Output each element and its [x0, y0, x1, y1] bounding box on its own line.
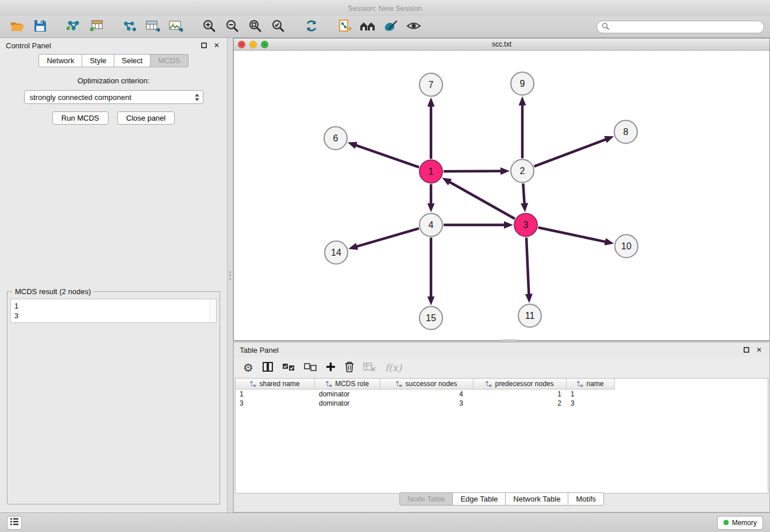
graph-node-14[interactable]: 14	[325, 241, 348, 264]
cell-predecessor-nodes[interactable]: 1	[473, 390, 567, 399]
close-table-panel-button[interactable]: ✕	[754, 345, 764, 354]
column-header-predecessor-nodes[interactable]: predecessor nodes	[473, 379, 567, 390]
export-table-icon	[145, 19, 161, 34]
show-panels-button[interactable]	[7, 516, 22, 530]
float-panel-button[interactable]	[199, 41, 209, 50]
tab-network-table[interactable]: Network Table	[506, 492, 568, 506]
table-panel-splitter[interactable]	[233, 341, 770, 342]
close-panel-action-button[interactable]: Close panel	[117, 111, 175, 125]
column-header-shared-name[interactable]: shared name	[236, 379, 315, 390]
home-button[interactable]	[356, 18, 379, 36]
network-canvas[interactable]: 7968124314101511	[234, 51, 769, 340]
graph-edge-3-10[interactable]	[538, 228, 606, 242]
zoom-fit-button[interactable]	[244, 18, 267, 36]
tab-edge-table[interactable]: Edge Table	[453, 492, 506, 506]
cell-successor-nodes[interactable]: 4	[380, 390, 473, 399]
svg-text:3: 3	[523, 220, 529, 230]
tab-network[interactable]: Network	[38, 54, 82, 67]
clone-network-button[interactable]	[333, 18, 356, 36]
graph-node-9[interactable]: 9	[511, 72, 534, 95]
mcds-result-list[interactable]: 1 3	[10, 299, 217, 323]
table-row[interactable]: 1 dominator 4 1 1	[236, 390, 768, 399]
show-columns-button[interactable]	[263, 362, 273, 373]
zoom-in-button[interactable]	[198, 18, 221, 36]
export-image-button[interactable]	[164, 18, 187, 36]
add-column-button[interactable]	[326, 362, 336, 373]
memory-status-icon	[723, 520, 729, 525]
table-settings-button[interactable]: ⚙	[243, 361, 253, 375]
graph-node-6[interactable]: 6	[324, 127, 347, 150]
control-panel-header: Control Panel ✕	[0, 38, 227, 53]
select-all-rows-button[interactable]	[282, 363, 295, 373]
graph-node-2[interactable]: 2	[511, 160, 534, 183]
close-panel-button[interactable]: ✕	[212, 41, 221, 50]
zoom-out-icon	[225, 19, 239, 34]
zoom-out-button[interactable]	[221, 18, 244, 36]
refresh-button[interactable]	[300, 18, 323, 36]
deselect-all-rows-button[interactable]	[304, 363, 317, 373]
tab-select[interactable]: Select	[114, 54, 151, 67]
cell-shared-name[interactable]: 3	[236, 399, 315, 408]
style-brush-button[interactable]	[379, 18, 402, 36]
cell-successor-nodes[interactable]: 3	[380, 399, 473, 408]
column-header-name[interactable]: name	[567, 379, 615, 390]
cell-name[interactable]: 3	[567, 399, 615, 408]
cell-shared-name[interactable]: 1	[236, 390, 315, 399]
tab-node-table[interactable]: Node Table	[399, 492, 453, 506]
graph-edge-2-8[interactable]	[534, 140, 606, 167]
export-image-icon	[168, 19, 184, 34]
graph-node-1[interactable]: 1	[419, 160, 442, 183]
export-table-button[interactable]	[141, 18, 164, 36]
graph-edge-1-2[interactable]	[444, 171, 501, 172]
graph-edge-4-14[interactable]	[357, 229, 419, 247]
export-network-button[interactable]	[118, 18, 141, 36]
cell-name[interactable]: 1	[567, 390, 615, 399]
delete-column-button[interactable]	[345, 361, 354, 374]
graph-node-7[interactable]: 7	[419, 74, 442, 97]
graph-node-11[interactable]: 11	[518, 304, 541, 327]
delete-table-button[interactable]	[363, 363, 376, 373]
column-header-mcds-role[interactable]: MCDS role	[315, 379, 380, 390]
cell-mcds-role[interactable]: dominator	[315, 390, 380, 399]
zoom-selected-button[interactable]	[267, 18, 290, 36]
function-builder-button[interactable]: f(x)	[385, 362, 402, 373]
refresh-icon	[305, 19, 318, 34]
column-header-successor-nodes[interactable]: successor nodes	[380, 379, 473, 390]
graph-edge-1-6[interactable]	[356, 145, 419, 168]
memory-button[interactable]: Memory	[717, 516, 763, 530]
tab-mcds[interactable]: MCDS	[151, 54, 188, 67]
graph-node-3[interactable]: 3	[514, 214, 537, 237]
show-hide-button[interactable]	[402, 18, 425, 36]
graph-edge-3-11[interactable]	[526, 237, 529, 294]
graph-edge-2-3[interactable]	[523, 183, 524, 203]
search-input[interactable]	[612, 23, 759, 31]
tab-style[interactable]: Style	[82, 54, 114, 67]
cell-predecessor-nodes[interactable]: 2	[473, 399, 567, 408]
svg-text:9: 9	[520, 79, 525, 88]
minimize-window-button[interactable]: −	[249, 41, 257, 48]
float-table-panel-button[interactable]	[742, 345, 751, 354]
graph-node-4[interactable]: 4	[419, 214, 442, 237]
criterion-select[interactable]: strongly connected component	[24, 90, 203, 104]
result-scrollbar[interactable]	[210, 299, 216, 322]
cell-mcds-role[interactable]: dominator	[315, 399, 380, 408]
import-table-button[interactable]	[85, 18, 108, 36]
import-network-button[interactable]	[62, 18, 85, 36]
graph-node-8[interactable]: 8	[614, 121, 637, 144]
save-session-button[interactable]	[29, 18, 52, 36]
table-body: 1 dominator 4 1 1 3 dominator 3 2	[236, 390, 768, 493]
network-view-window: ✕ − + scc.txt 7968124314101511	[233, 38, 770, 341]
panel-splitter[interactable]	[227, 38, 233, 512]
graph-node-15[interactable]: 15	[419, 307, 442, 330]
maximize-window-button[interactable]: +	[261, 41, 268, 48]
run-mcds-button[interactable]: Run MCDS	[52, 111, 109, 125]
network-window-title: scc.txt	[234, 40, 769, 48]
close-window-button[interactable]: ✕	[238, 41, 245, 48]
open-folder-button[interactable]	[6, 18, 29, 36]
table-row[interactable]: 3 dominator 3 2 3	[236, 399, 768, 408]
graph-node-10[interactable]: 10	[615, 235, 638, 258]
tab-motifs[interactable]: Motifs	[568, 492, 604, 506]
zoom-selected-icon	[271, 19, 285, 34]
graph-edge-3-1[interactable]	[449, 182, 515, 219]
status-bar: Memory	[0, 512, 770, 532]
